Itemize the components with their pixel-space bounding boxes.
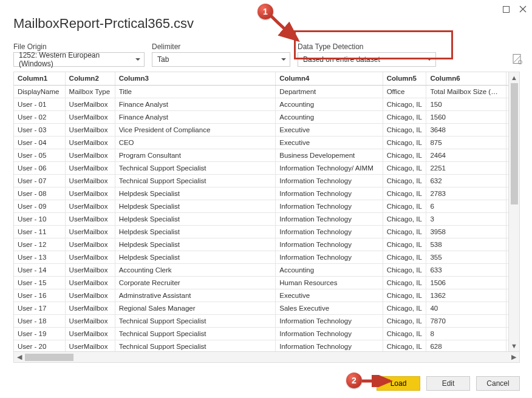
table-row[interactable]: User - 13UserMailboxHelpdesk SpecialistI… <box>14 251 519 263</box>
table-cell: Information Technology <box>276 174 383 187</box>
detection-dropdown[interactable]: Based on entire dataset <box>298 52 436 67</box>
table-cell: User - 17 <box>14 302 65 314</box>
table-cell: UserMailbox <box>65 161 115 174</box>
table-row[interactable]: User - 07UserMailboxTechnical Support Sp… <box>14 174 519 187</box>
svg-rect-0 <box>503 6 509 12</box>
table-cell: Information Technology <box>276 340 383 351</box>
table-cell: Business Developement <box>276 149 383 161</box>
table-row[interactable]: User - 02UserMailboxFinance AnalystAccou… <box>14 110 519 123</box>
vscroll-thumb[interactable] <box>511 83 518 204</box>
cancel-button[interactable]: Cancel <box>476 376 520 391</box>
table-row[interactable]: User - 09UserMailboxHelpdesk SpecialistI… <box>14 200 519 212</box>
table-cell: User - 12 <box>14 238 65 251</box>
detection-group: Data Type Detection Based on entire data… <box>298 42 436 67</box>
table-cell: 2783 <box>426 187 506 200</box>
annotation-badge-2: 2 <box>346 373 362 388</box>
table-row[interactable]: User - 16UserMailboxAdminstrative Assist… <box>14 289 519 302</box>
table-cell: User - 18 <box>14 314 65 327</box>
table-cell: UserMailbox <box>65 276 115 289</box>
table-cell: Accounting <box>276 98 383 110</box>
table-row[interactable]: User - 20UserMailboxTechnical Support Sp… <box>14 340 519 351</box>
page-settings-icon[interactable] <box>513 54 522 65</box>
close-button[interactable] <box>519 5 527 13</box>
table-row[interactable]: User - 18UserMailboxTechnical Support Sp… <box>14 314 519 327</box>
table-row[interactable]: User - 12UserMailboxHelpdesk SpecialistI… <box>14 238 519 251</box>
edit-button-label: Edit <box>442 379 455 388</box>
column-header[interactable]: Column3 <box>115 72 276 85</box>
window-controls <box>502 5 527 13</box>
table-row[interactable]: User - 01UserMailboxFinance AnalystAccou… <box>14 98 519 110</box>
horizontal-scrollbar[interactable]: ◀ ▶ <box>14 351 519 362</box>
table-cell: Information Technology <box>276 187 383 200</box>
file-origin-dropdown[interactable]: 1252: Western European (Windows) <box>13 52 145 67</box>
table-cell: Information Technology <box>276 212 383 225</box>
delimiter-dropdown[interactable]: Tab <box>152 52 290 67</box>
table-cell: 633 <box>426 263 506 276</box>
detection-label: Data Type Detection <box>298 42 436 51</box>
table-cell: Chicago, IL <box>383 123 426 136</box>
vertical-scrollbar[interactable]: ▲ ▼ <box>508 72 519 351</box>
table-row[interactable]: User - 10UserMailboxHelpdesk SpecialistI… <box>14 212 519 225</box>
table-cell: Chicago, IL <box>383 327 426 340</box>
scroll-down-icon[interactable]: ▼ <box>509 340 520 351</box>
table-cell: UserMailbox <box>65 340 115 351</box>
table-cell: Chicago, IL <box>383 187 426 200</box>
table-cell: Information Technology <box>276 200 383 212</box>
table-cell: 6 <box>426 200 506 212</box>
column-header[interactable]: Column4 <box>276 72 383 85</box>
table-cell: Helpdesk Specialist <box>115 200 276 212</box>
table-row[interactable]: User - 19UserMailboxTechnical Support Sp… <box>14 327 519 340</box>
cancel-button-label: Cancel <box>486 379 509 388</box>
table-cell: User - 13 <box>14 251 65 263</box>
table-cell: Title <box>115 85 276 98</box>
table-row[interactable]: User - 15UserMailboxCorporate RecruiterH… <box>14 276 519 289</box>
table-cell: Helpdesk Specialist <box>115 238 276 251</box>
table-row[interactable]: User - 04UserMailboxCEOExecutiveChicago,… <box>14 136 519 149</box>
table-cell: User - 20 <box>14 340 65 351</box>
column-header[interactable]: Column5 <box>383 72 426 85</box>
table-cell: UserMailbox <box>65 187 115 200</box>
table-cell: User - 16 <box>14 289 65 302</box>
table-cell: 3958 <box>426 225 506 238</box>
table-cell: User - 14 <box>14 263 65 276</box>
table-row[interactable]: User - 06UserMailboxTechnical Support Sp… <box>14 161 519 174</box>
table-cell: Total Mailbox Size (Mb) <box>426 85 506 98</box>
vscroll-track[interactable] <box>509 83 520 340</box>
table-cell: User - 11 <box>14 225 65 238</box>
table-cell: User - 15 <box>14 276 65 289</box>
scroll-right-icon[interactable]: ▶ <box>508 352 519 363</box>
column-header[interactable]: Column1 <box>14 72 65 85</box>
table-row[interactable]: User - 03UserMailboxVice President of Co… <box>14 123 519 136</box>
table-cell: Chicago, IL <box>383 149 426 161</box>
file-origin-label: File Origin <box>13 42 145 51</box>
delimiter-label: Delimiter <box>152 42 290 51</box>
table-row[interactable]: DisplayNameMailbox TypeTitleDepartmentOf… <box>14 85 519 98</box>
table-cell: Corporate Recruiter <box>115 276 276 289</box>
table-row[interactable]: User - 14UserMailboxAccounting ClerkAcco… <box>14 263 519 276</box>
table-row[interactable]: User - 05UserMailboxProgram ConsultantBu… <box>14 149 519 161</box>
edit-button[interactable]: Edit <box>426 376 470 391</box>
hscroll-thumb[interactable] <box>25 354 73 361</box>
dialog-footer: Load Edit Cancel <box>377 376 520 391</box>
hscroll-track[interactable] <box>25 352 508 363</box>
scroll-left-icon[interactable]: ◀ <box>14 352 25 363</box>
grid-scroll-area: Column1Column2Column3Column4Column5Colum… <box>14 72 519 351</box>
table-cell: Helpdesk Specialist <box>115 187 276 200</box>
table-cell: UserMailbox <box>65 327 115 340</box>
table-cell: Chicago, IL <box>383 174 426 187</box>
table-cell: Chicago, IL <box>383 200 426 212</box>
table-row[interactable]: User - 08UserMailboxHelpdesk SpecialistI… <box>14 187 519 200</box>
scroll-up-icon[interactable]: ▲ <box>509 72 520 83</box>
load-button[interactable]: Load <box>377 376 420 391</box>
table-cell: Information Technology/ AIMM <box>276 161 383 174</box>
maximize-button[interactable] <box>502 5 510 13</box>
table-row[interactable]: User - 11UserMailboxHelpdesk SpecialistI… <box>14 225 519 238</box>
column-header[interactable]: Column2 <box>65 72 115 85</box>
table-cell: 1560 <box>426 110 506 123</box>
table-cell: Executive <box>276 123 383 136</box>
column-header[interactable]: Column6 <box>426 72 506 85</box>
table-row[interactable]: User - 17UserMailboxRegional Sales Manag… <box>14 302 519 314</box>
table-cell: Executive <box>276 136 383 149</box>
data-table: Column1Column2Column3Column4Column5Colum… <box>14 72 519 351</box>
table-cell: UserMailbox <box>65 314 115 327</box>
